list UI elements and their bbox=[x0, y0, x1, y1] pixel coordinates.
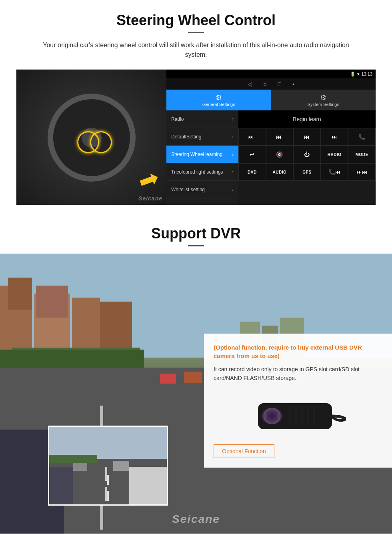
android-statusbar: 🔋 ▾ 13:13 bbox=[166, 70, 376, 78]
ctrl-mute[interactable]: 🔇 bbox=[266, 146, 294, 163]
menu-item-radio[interactable]: Radio › bbox=[166, 110, 238, 128]
svg-rect-34 bbox=[49, 427, 168, 459]
system-settings-icon: ⚙ bbox=[320, 93, 326, 102]
svg-rect-40 bbox=[49, 467, 73, 506]
settings-body: Radio › DefaultSetting › Steering Wheel … bbox=[166, 110, 376, 205]
right-button-highlight bbox=[90, 131, 112, 153]
home-nav-icon[interactable]: ○ bbox=[263, 81, 266, 87]
menu-item-default-label: DefaultSetting bbox=[171, 134, 201, 140]
dvr-section: Support DVR bbox=[0, 213, 392, 534]
menu-item-tricoloured[interactable]: Tricoloured light settings › bbox=[166, 163, 238, 181]
svg-rect-15 bbox=[184, 372, 202, 383]
steering-section: Steering Wheel Control Your original car… bbox=[0, 0, 392, 213]
steering-title: Steering Wheel Control bbox=[16, 12, 376, 29]
android-nav-bar: ◁ ○ □ ▪ bbox=[166, 78, 376, 90]
menu-item-steering-wheel[interactable]: Steering Wheel learning › bbox=[166, 146, 238, 163]
svg-rect-8 bbox=[0, 350, 144, 370]
ctrl-next[interactable]: ⏭ bbox=[321, 128, 348, 146]
ctrl-dvd[interactable]: DVD bbox=[238, 163, 266, 181]
tab-general-settings[interactable]: ⚙ General Settings bbox=[166, 90, 271, 110]
ctrl-gps[interactable]: GPS bbox=[293, 163, 321, 181]
svg-rect-39 bbox=[113, 461, 129, 471]
menu-item-default-setting[interactable]: DefaultSetting › bbox=[166, 128, 238, 146]
tricoloured-chevron-icon: › bbox=[232, 169, 234, 175]
arrow-indicator: ➡ bbox=[134, 163, 163, 196]
ctrl-power[interactable]: ⏻ bbox=[293, 146, 321, 163]
seicane-watermark: Seicane bbox=[138, 195, 162, 202]
optional-function-button[interactable]: Optional Function bbox=[214, 444, 274, 458]
ctrl-call-prev[interactable]: 📞⏮ bbox=[321, 163, 348, 181]
settings-menu: Radio › DefaultSetting › Steering Wheel … bbox=[166, 110, 238, 205]
ctrl-radio[interactable]: RADIO bbox=[321, 146, 348, 163]
ctrl-vol-up[interactable]: ⏮+ bbox=[238, 128, 266, 146]
whitelist-chevron-icon: › bbox=[232, 187, 234, 192]
default-setting-chevron-icon: › bbox=[232, 134, 234, 140]
statusbar-time: 13:13 bbox=[361, 72, 372, 76]
ctrl-call[interactable]: 📞 bbox=[348, 128, 376, 146]
menu-item-whitelist[interactable]: Whitelist setting › bbox=[166, 181, 238, 198]
android-panel: 🔋 ▾ 13:13 ◁ ○ □ ▪ ⚙ General Settings bbox=[166, 70, 376, 205]
tab-system-settings[interactable]: ⚙ System Settings bbox=[271, 90, 376, 110]
wheel-background: ➡ bbox=[16, 70, 166, 205]
signal-icon: 🔋 bbox=[350, 72, 356, 77]
wifi-icon: ▾ bbox=[357, 72, 360, 77]
ctrl-back[interactable]: ↩ bbox=[238, 146, 266, 163]
back-nav-icon[interactable]: ◁ bbox=[248, 81, 252, 87]
dvr-description: It can record video only to storage in G… bbox=[214, 365, 382, 383]
camera-device-svg bbox=[250, 387, 346, 443]
seicane-dvr-watermark: Seicane bbox=[172, 513, 220, 526]
svg-rect-41 bbox=[129, 467, 168, 506]
steering-photo: ➡ Seicane bbox=[16, 70, 166, 205]
svg-rect-42 bbox=[49, 455, 97, 463]
dvr-overlay-card: (Optional function, require to buy exter… bbox=[204, 334, 392, 468]
status-icons: 🔋 ▾ 13:13 bbox=[350, 72, 372, 77]
menu-nav-icon[interactable]: ▪ bbox=[292, 81, 294, 87]
steering-wheel-chevron-icon: › bbox=[232, 152, 234, 157]
radio-chevron-icon: › bbox=[232, 116, 234, 122]
general-settings-label: General Settings bbox=[202, 102, 235, 107]
dvr-camera-image bbox=[250, 389, 346, 441]
ctrl-mode[interactable]: MODE bbox=[348, 146, 376, 163]
begin-learn-button[interactable]: Begin learn bbox=[238, 110, 376, 128]
control-buttons-grid: ⏮+ ⏮- ⏮ ⏭ 📞 ↩ 🔇 ⏻ RADIO MODE DVD AUDIO bbox=[238, 128, 376, 205]
ctrl-next-next[interactable]: ⏭⏭ bbox=[348, 163, 376, 181]
title-divider bbox=[188, 32, 204, 33]
settings-tabs: ⚙ General Settings ⚙ System Settings bbox=[166, 90, 376, 110]
menu-item-whitelist-label: Whitelist setting bbox=[171, 187, 205, 192]
svg-rect-38 bbox=[73, 462, 87, 471]
settings-content-area: Begin learn ⏮+ ⏮- ⏮ ⏭ 📞 ↩ 🔇 ⏻ bbox=[238, 110, 376, 205]
steering-wheel-circle bbox=[48, 94, 136, 182]
dvr-background-container: (Optional function, require to buy exter… bbox=[0, 254, 392, 534]
dvr-thumbnail-svg bbox=[49, 427, 168, 506]
steering-content-area: ➡ Seicane 🔋 ▾ 13:13 ◁ ○ □ ▪ bbox=[16, 69, 376, 205]
svg-rect-14 bbox=[160, 374, 176, 384]
svg-rect-44 bbox=[107, 491, 109, 501]
dvr-optional-title: (Optional function, require to buy exter… bbox=[214, 343, 382, 360]
svg-rect-37 bbox=[105, 487, 107, 501]
svg-point-32 bbox=[262, 408, 282, 424]
ctrl-prev[interactable]: ⏮ bbox=[293, 128, 321, 146]
svg-rect-13 bbox=[100, 506, 103, 530]
svg-rect-4 bbox=[36, 286, 68, 318]
dvr-header: Support DVR bbox=[0, 213, 392, 246]
dvr-title-divider bbox=[188, 245, 204, 246]
menu-item-tricoloured-label: Tricoloured light settings bbox=[171, 169, 223, 175]
menu-item-radio-label: Radio bbox=[171, 116, 184, 122]
svg-rect-36 bbox=[105, 467, 107, 481]
recents-nav-icon[interactable]: □ bbox=[278, 81, 281, 87]
general-settings-icon: ⚙ bbox=[216, 93, 222, 102]
dvr-screen-thumbnail bbox=[48, 426, 168, 506]
menu-item-steering-label: Steering Wheel learning bbox=[171, 152, 222, 157]
svg-rect-2 bbox=[8, 278, 32, 310]
steering-description: Your original car's steering wheel contr… bbox=[40, 40, 352, 60]
ctrl-vol-down[interactable]: ⏮- bbox=[266, 128, 294, 146]
ctrl-audio[interactable]: AUDIO bbox=[266, 163, 294, 181]
begin-learn-row: Begin learn bbox=[238, 110, 376, 128]
system-settings-label: System Settings bbox=[308, 102, 339, 107]
optional-function-label: Optional Function bbox=[222, 448, 266, 454]
svg-rect-43 bbox=[107, 475, 109, 485]
dvr-title: Support DVR bbox=[16, 225, 376, 242]
